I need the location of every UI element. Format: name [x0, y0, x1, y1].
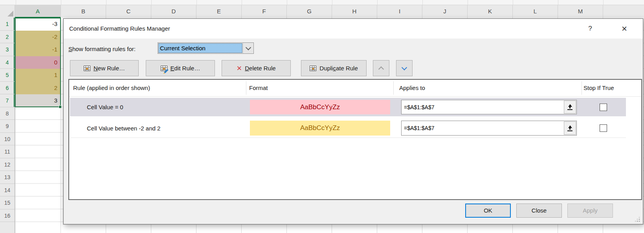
column-header-j[interactable]: J [422, 5, 468, 18]
cell-a2[interactable]: -2 [15, 31, 61, 44]
cell-a3[interactable]: -1 [15, 43, 61, 56]
new-rule-table-icon [84, 66, 90, 71]
rules-list: Rule (applied in order shown) Format App… [68, 79, 642, 200]
row-header-11[interactable]: 11 [0, 145, 15, 158]
column-header-a[interactable]: A [15, 5, 61, 18]
new-rule-button[interactable]: New Rule… [70, 60, 139, 76]
column-header-b[interactable]: B [61, 5, 106, 18]
column-header-k[interactable]: K [468, 5, 513, 18]
rule-row-1[interactable]: Cell Value = 0 AaBbCcYyZz [70, 98, 626, 116]
row-header-4[interactable]: 4 [0, 56, 15, 69]
applies-to-input[interactable] [401, 121, 577, 136]
row-header-7[interactable]: 7 [0, 94, 15, 107]
row-header-12[interactable]: 12 [0, 158, 15, 171]
cell-a1[interactable]: -3 [15, 18, 61, 31]
range-select-arrow-icon [568, 104, 572, 107]
new-rule-label: New Rule… [94, 65, 125, 72]
header-divider [69, 96, 641, 97]
row-header-13[interactable]: 13 [0, 171, 15, 184]
cell-a6[interactable]: 2 [15, 82, 61, 95]
show-rules-selected-value: Current Selection [158, 43, 242, 53]
help-button[interactable]: ? [584, 23, 596, 35]
applies-to-field-wrap [401, 100, 577, 114]
row-header-16[interactable]: 16 [0, 209, 15, 222]
format-preview: AaBbCcYyZz [250, 121, 390, 136]
column-separator [582, 81, 582, 95]
show-rules-label: Show formatting rules for: [68, 43, 136, 55]
chevron-down-icon [402, 64, 407, 70]
header-applies-to: Applies to [399, 80, 425, 96]
column-header-i[interactable]: I [377, 5, 422, 18]
dialog-titlebar[interactable]: Conditional Formatting Rules Manager ? × [64, 19, 643, 39]
rule-row-2[interactable]: Cell Value between -2 and 2 AaBbCcYyZz [70, 119, 626, 138]
fill-handle[interactable] [59, 105, 62, 108]
formula-bar-bottom-strip [0, 0, 644, 5]
close-icon[interactable]: × [618, 23, 630, 35]
apply-button[interactable]: Apply [567, 204, 613, 218]
delete-rule-label: Delete Rule [245, 65, 275, 72]
header-format: Format [249, 80, 268, 96]
dialog-title: Conditional Formatting Rules Manager [69, 19, 170, 39]
applies-to-field-wrap [401, 121, 577, 136]
rule-description: Cell Value between -2 and 2 [87, 119, 160, 138]
column-header-c[interactable]: C [106, 5, 151, 18]
duplicate-rule-label: Duplicate Rule [319, 65, 358, 72]
format-preview: AaBbCcYyZz [250, 100, 390, 114]
chevron-down-icon [246, 44, 251, 50]
ok-button[interactable]: OK [465, 204, 511, 218]
row-header-2[interactable]: 2 [0, 31, 15, 44]
cell-a5[interactable]: 1 [15, 69, 61, 82]
move-rule-up-button[interactable] [373, 60, 389, 76]
delete-x-icon: × [237, 64, 242, 73]
resize-grip[interactable] [635, 217, 640, 222]
range-select-arrow-icon [568, 125, 572, 128]
cf-rules-manager-dialog: Conditional Formatting Rules Manager ? ×… [63, 18, 643, 224]
row-header-10[interactable]: 10 [0, 133, 15, 146]
cell-a7[interactable]: 3 [15, 94, 61, 107]
row-header-8[interactable]: 8 [0, 107, 15, 120]
stop-if-true-checkbox[interactable] [600, 125, 607, 132]
column-header-d[interactable]: D [151, 5, 196, 18]
header-rule: Rule (applied in order shown) [73, 80, 150, 96]
applies-to-input[interactable] [401, 100, 577, 114]
move-rule-down-button[interactable] [396, 60, 413, 76]
column-header-m[interactable]: M [558, 5, 603, 18]
column-headers: A B C D E F G H I J K L M [0, 5, 644, 18]
row-headers: 1 2 3 4 5 6 7 8 9 10 11 12 13 14 15 16 [0, 18, 15, 233]
row-header-5[interactable]: 5 [0, 69, 15, 82]
column-header-g[interactable]: G [287, 5, 332, 18]
row-header-14[interactable]: 14 [0, 184, 15, 197]
row-header-15[interactable]: 15 [0, 196, 15, 209]
row-divider [70, 138, 626, 138]
edit-rule-button[interactable]: Edit Rule… [146, 60, 215, 76]
column-header-h[interactable]: H [332, 5, 377, 18]
duplicate-rule-button[interactable]: Duplicate Rule [301, 60, 367, 76]
row-header-9[interactable]: 9 [0, 120, 15, 133]
collapse-dialog-button[interactable] [564, 101, 576, 114]
delete-rule-button[interactable]: × Delete Rule [222, 60, 291, 76]
column-separator [246, 81, 246, 95]
cell-a4[interactable]: 0 [15, 56, 61, 69]
chevron-up-icon [378, 66, 384, 72]
duplicate-rule-table-icon [310, 66, 316, 71]
select-all-triangle-icon [7, 11, 13, 17]
column-header-e[interactable]: E [196, 5, 242, 18]
collapse-dialog-button[interactable] [564, 121, 576, 135]
edit-rule-label: Edit Rule… [171, 65, 200, 72]
row-header-6[interactable]: 6 [0, 82, 15, 95]
column-header-f[interactable]: F [242, 5, 287, 18]
rules-list-header: Rule (applied in order shown) Format App… [69, 80, 641, 96]
stop-if-true-checkbox[interactable] [600, 103, 607, 111]
column-header-l[interactable]: L [513, 5, 558, 18]
close-button[interactable]: Close [516, 204, 562, 218]
header-stop-if-true: Stop If True [583, 80, 614, 96]
edit-rule-table-pencil-icon [161, 66, 167, 71]
rule-description: Cell Value = 0 [87, 98, 123, 116]
column-separator [393, 81, 394, 95]
dropdown-arrow-button[interactable] [243, 43, 253, 53]
column-a-cells: -3 -2 -1 0 1 2 3 [15, 18, 61, 107]
row-header-1[interactable]: 1 [0, 18, 15, 31]
select-all-corner[interactable] [0, 5, 15, 18]
show-rules-dropdown[interactable]: Current Selection [158, 42, 254, 54]
row-header-3[interactable]: 3 [0, 43, 15, 56]
